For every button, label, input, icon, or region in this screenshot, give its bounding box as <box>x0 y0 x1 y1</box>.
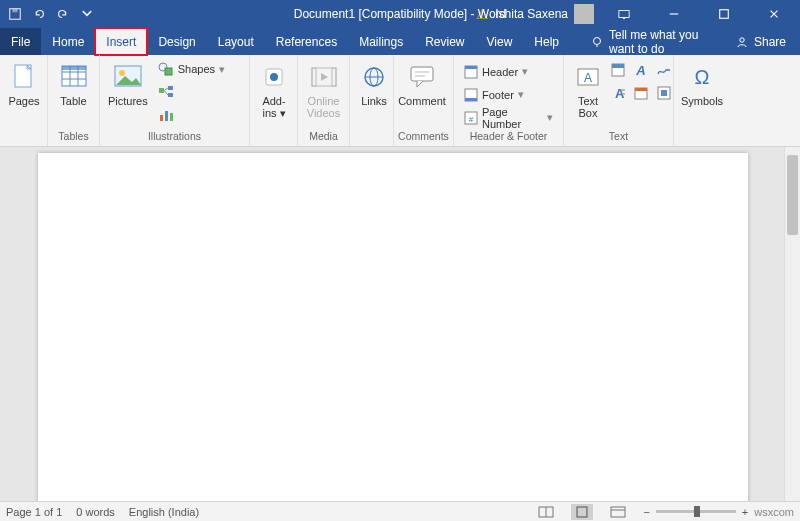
svg-rect-33 <box>411 67 433 81</box>
pictures-label: Pictures <box>108 95 148 107</box>
lightbulb-icon <box>591 36 603 48</box>
tab-references[interactable]: References <box>265 28 348 55</box>
group-symbols-label <box>674 130 732 146</box>
table-button[interactable]: Table <box>54 59 93 109</box>
online-videos-button: Online Videos <box>304 59 343 121</box>
view-web-layout[interactable] <box>607 504 629 520</box>
group-symbols: Ω Symbols <box>674 55 732 146</box>
tab-mailings[interactable]: Mailings <box>348 28 414 55</box>
status-page[interactable]: Page 1 of 1 <box>6 506 62 518</box>
addins-button[interactable]: Add-ins ▾ <box>256 59 292 121</box>
header-button[interactable]: Header▾ <box>460 62 557 82</box>
text-box-button[interactable]: A Text Box <box>570 59 606 121</box>
table-icon <box>58 61 90 93</box>
tab-design[interactable]: Design <box>147 28 206 55</box>
view-print-layout[interactable] <box>571 504 593 520</box>
group-text: A Text Box A A Text <box>564 55 674 146</box>
svg-rect-57 <box>577 507 587 517</box>
tell-me-search[interactable]: Tell me what you want to do <box>580 28 722 55</box>
zoom-out-button[interactable]: − <box>643 506 649 518</box>
chart-icon <box>158 107 174 123</box>
maximize-button[interactable] <box>704 0 744 28</box>
svg-rect-20 <box>168 86 173 90</box>
group-illustrations: Pictures Shapes ▾ Illustrations <box>100 55 250 146</box>
symbols-button[interactable]: Ω Symbols <box>680 59 724 109</box>
share-button[interactable]: Share <box>722 28 800 55</box>
svg-rect-2 <box>619 11 629 18</box>
document-page[interactable] <box>38 153 748 501</box>
ribbon: Pages Table Tables Pictures Shapes ▾ <box>0 55 800 147</box>
date-time-button[interactable] <box>633 85 653 105</box>
qat-dropdown-icon[interactable] <box>80 7 94 21</box>
tab-home[interactable]: Home <box>41 28 95 55</box>
group-illustrations-label: Illustrations <box>100 130 249 146</box>
smartart-button[interactable] <box>154 82 243 102</box>
table-label: Table <box>60 95 86 107</box>
status-language[interactable]: English (India) <box>129 506 199 518</box>
svg-text:A: A <box>584 71 592 85</box>
pictures-button[interactable]: Pictures <box>106 59 150 109</box>
online-videos-label: Online Videos <box>306 95 341 119</box>
svg-rect-53 <box>661 90 667 96</box>
close-button[interactable] <box>754 0 794 28</box>
quick-access-toolbar <box>0 7 102 21</box>
pages-button[interactable]: Pages <box>6 59 42 109</box>
textbox-icon: A <box>572 61 604 93</box>
group-addins: Add-ins ▾ <box>250 55 298 146</box>
signature-button[interactable] <box>656 62 676 82</box>
svg-rect-22 <box>160 115 163 121</box>
svg-text:A: A <box>635 63 645 78</box>
page-number-label: Page Number <box>482 106 543 130</box>
object-button[interactable] <box>656 85 676 105</box>
tab-view[interactable]: View <box>476 28 524 55</box>
chart-button[interactable] <box>154 105 243 125</box>
tab-file[interactable]: File <box>0 28 41 55</box>
comment-button[interactable]: Comment <box>400 59 444 109</box>
tab-layout[interactable]: Layout <box>207 28 265 55</box>
header-label: Header <box>482 66 518 78</box>
dropcap-button[interactable]: A <box>610 85 630 105</box>
svg-rect-39 <box>465 98 477 101</box>
page-number-button[interactable]: # Page Number▾ <box>460 108 557 128</box>
redo-icon[interactable] <box>56 7 70 21</box>
save-icon[interactable] <box>8 7 22 21</box>
svg-rect-24 <box>170 113 173 121</box>
group-pages-label <box>0 130 47 146</box>
svg-rect-37 <box>465 66 477 69</box>
svg-rect-18 <box>165 68 172 75</box>
footer-label: Footer <box>482 89 514 101</box>
group-tables: Table Tables <box>48 55 100 146</box>
scrollbar-thumb[interactable] <box>787 155 798 235</box>
group-links-label <box>350 130 393 146</box>
undo-icon[interactable] <box>32 7 46 21</box>
group-tables-label: Tables <box>48 130 99 146</box>
status-words[interactable]: 0 words <box>76 506 115 518</box>
links-label: Links <box>361 95 387 107</box>
tab-help[interactable]: Help <box>523 28 570 55</box>
vertical-scrollbar[interactable] <box>784 147 800 501</box>
zoom-in-button[interactable]: + <box>742 506 748 518</box>
tab-insert[interactable]: Insert <box>95 28 147 55</box>
shapes-button[interactable]: Shapes ▾ <box>154 59 243 79</box>
view-read-mode[interactable] <box>535 504 557 520</box>
video-icon <box>308 61 340 93</box>
minimize-button[interactable] <box>654 0 694 28</box>
quick-parts-button[interactable] <box>610 62 630 82</box>
window-title: Document1 [Compatibility Mode] - Word <box>294 7 507 21</box>
svg-rect-29 <box>332 68 336 86</box>
ribbon-display-button[interactable] <box>604 0 644 28</box>
tell-me-label: Tell me what you want to do <box>609 28 711 56</box>
addins-label: Add-ins ▾ <box>258 95 290 119</box>
wordart-button[interactable]: A <box>633 62 653 82</box>
links-button[interactable]: Links <box>356 59 392 109</box>
tab-review[interactable]: Review <box>414 28 475 55</box>
svg-rect-28 <box>312 68 316 86</box>
svg-point-7 <box>740 37 744 41</box>
zoom-slider[interactable] <box>656 510 736 513</box>
group-comments-label: Comments <box>394 130 453 146</box>
footer-button[interactable]: Footer▾ <box>460 85 557 105</box>
zoom-control: − + wsxcom <box>643 506 794 518</box>
shapes-label: Shapes <box>178 63 215 75</box>
shapes-icon <box>158 61 174 77</box>
zoom-label[interactable]: wsxcom <box>754 506 794 518</box>
